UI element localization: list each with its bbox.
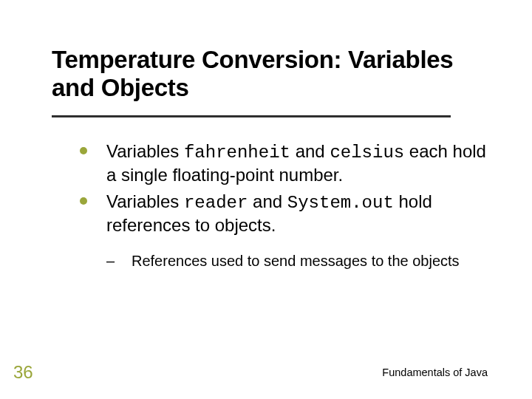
slide-title: Temperature Conversion: Variables and Ob…: [52, 46, 488, 102]
disc-bullet-icon: [80, 197, 87, 205]
slide-body: Variables fahrenheit and celsius each ho…: [80, 140, 486, 270]
footer-text: Fundamentals of Java: [382, 366, 488, 378]
text-run: Variables: [106, 141, 184, 161]
bullet-text: Variables reader and System.out hold ref…: [106, 191, 432, 235]
disc-bullet-icon: [80, 147, 87, 154]
title-underline: [52, 115, 451, 117]
bullet-item: Variables reader and System.out hold ref…: [80, 191, 486, 236]
code-run: reader: [184, 193, 248, 213]
bullet-text: Variables fahrenheit and celsius each ho…: [106, 141, 486, 185]
text-run: and: [290, 141, 330, 161]
text-run: and: [248, 191, 287, 211]
page-number: 36: [13, 362, 33, 383]
code-run: fahrenheit: [184, 143, 290, 163]
sub-bullet-item: – References used to send messages to th…: [106, 251, 486, 270]
code-run: System.out: [287, 193, 394, 213]
bullet-item: Variables fahrenheit and celsius each ho…: [80, 140, 486, 186]
text-run: Variables: [106, 191, 184, 211]
sub-bullet-text: References used to send messages to the …: [132, 253, 460, 269]
code-run: celsius: [330, 143, 404, 163]
slide: Temperature Conversion: Variables and Ob…: [0, 0, 532, 399]
dash-bullet-icon: –: [106, 251, 115, 270]
